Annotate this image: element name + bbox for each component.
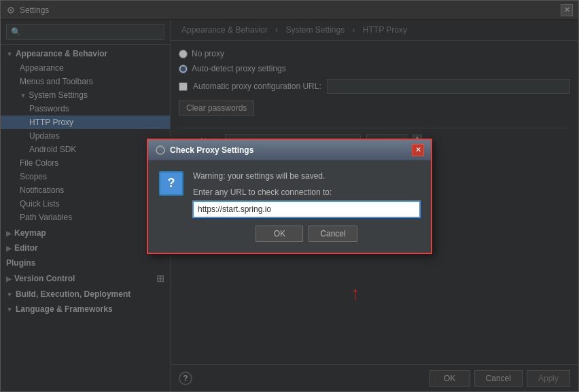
modal-ok-button[interactable]: OK	[256, 226, 303, 242]
modal-url-input[interactable]	[193, 201, 420, 217]
modal-url-label: Enter any URL to check connection to:	[193, 188, 420, 197]
modal-cancel-button[interactable]: Cancel	[309, 226, 357, 242]
modal-buttons: OK Cancel	[193, 226, 420, 242]
modal-warning-text: Warning: your settings will be saved.	[193, 171, 420, 181]
modal-overlay: Check Proxy Settings ✕ ? Warning: your s…	[1, 1, 578, 391]
modal-title-bar: Check Proxy Settings ✕	[148, 140, 431, 160]
modal-close-button[interactable]: ✕	[412, 144, 424, 156]
modal-title-left: Check Proxy Settings	[155, 145, 253, 156]
modal-title-icon	[155, 145, 166, 156]
modal-question-icon: ?	[159, 171, 183, 196]
check-proxy-dialog: Check Proxy Settings ✕ ? Warning: your s…	[147, 139, 432, 254]
modal-text-area: Warning: your settings will be saved. En…	[193, 171, 420, 242]
modal-body: ? Warning: your settings will be saved. …	[148, 160, 431, 253]
settings-window: Settings ✕ ▼ Appearance & Behavior Appea…	[0, 0, 579, 392]
svg-point-2	[156, 146, 164, 154]
modal-title-text: Check Proxy Settings	[170, 145, 253, 155]
